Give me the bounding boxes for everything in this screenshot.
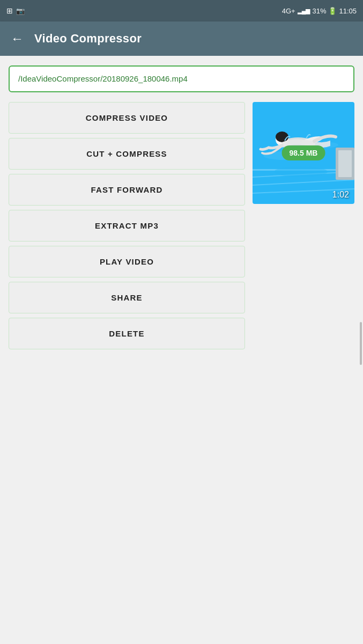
grid-icon: ⊞ (6, 6, 13, 15)
signal-bars: ▂▄▆ (298, 8, 310, 14)
network-type: 4G+ (282, 7, 295, 15)
camera-icon: 📷 (16, 7, 25, 15)
video-thumbnail[interactable]: 98.5 MB 1:02 (253, 102, 354, 204)
battery-level: 31% (312, 7, 326, 15)
status-right: 4G+ ▂▄▆ 31% 🔋 11:05 (282, 7, 357, 15)
buttons-column: COMPRESS VIDEO CUT + COMPRESS FAST FORWA… (9, 102, 245, 349)
file-path-text: /IdeaVideoCompressor/20180926_180046.mp4 (18, 74, 188, 83)
video-duration: 1:02 (332, 190, 349, 200)
clock: 11:05 (339, 7, 357, 15)
file-path-container: /IdeaVideoCompressor/20180926_180046.mp4 (9, 65, 354, 92)
app-bar: ← Video Compressor (0, 21, 363, 56)
cut-compress-button[interactable]: CUT + COMPRESS (9, 138, 245, 170)
content-row: COMPRESS VIDEO CUT + COMPRESS FAST FORWA… (9, 102, 354, 349)
fast-forward-button[interactable]: FAST FORWARD (9, 174, 245, 206)
status-bar: ⊞ 📷 4G+ ▂▄▆ 31% 🔋 11:05 (0, 0, 363, 21)
status-left: ⊞ 📷 (6, 6, 25, 15)
delete-button[interactable]: DELETE (9, 318, 245, 349)
play-video-button[interactable]: PLAY VIDEO (9, 246, 245, 277)
back-button[interactable]: ← (9, 30, 26, 47)
battery-icon: 🔋 (328, 7, 337, 15)
svg-point-7 (274, 166, 328, 177)
scrollbar[interactable] (360, 322, 362, 365)
file-size-badge: 98.5 MB (282, 145, 325, 160)
share-button[interactable]: SHARE (9, 282, 245, 313)
svg-rect-9 (338, 150, 352, 177)
extract-mp3-button[interactable]: EXTRACT MP3 (9, 210, 245, 241)
app-title: Video Compressor (34, 32, 142, 46)
main-content: /IdeaVideoCompressor/20180926_180046.mp4… (0, 56, 363, 644)
thumbnail-column: 98.5 MB 1:02 (253, 102, 354, 204)
compress-video-button[interactable]: COMPRESS VIDEO (9, 102, 245, 134)
